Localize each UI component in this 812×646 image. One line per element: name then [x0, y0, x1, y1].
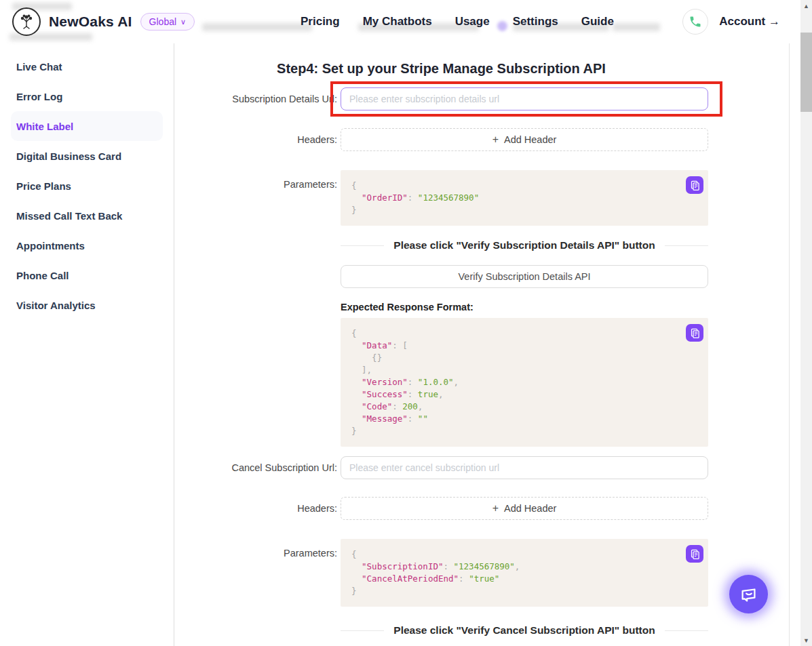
verify-subscription-details-api-button[interactable]: Verify Subscription Details API	[341, 265, 708, 288]
divider-line	[341, 630, 384, 631]
subscription-details-url-label: Subscription Details Url:	[174, 94, 341, 104]
divider-line	[665, 630, 708, 631]
sidebar-item-missed-call-text-back[interactable]: Missed Call Text Back	[11, 201, 163, 230]
phone-icon	[689, 15, 702, 28]
scroll-down-arrow-icon[interactable]: ▼	[800, 634, 812, 646]
divider-row-2: Please click "Verify Cancel Subscription…	[174, 623, 708, 638]
parameters-label: Parameters:	[174, 539, 341, 607]
brand-name: NewOaks AI	[49, 14, 132, 30]
headers-row-2: Headers: + Add Header	[174, 497, 708, 520]
subscription-details-url-input[interactable]	[341, 87, 708, 110]
region-selector[interactable]: Global ∨	[140, 13, 195, 31]
oak-tree-icon	[16, 12, 37, 32]
instruction-text: Please click "Verify Cancel Subscription…	[393, 624, 655, 637]
scrollbar-thumb[interactable]	[800, 33, 812, 112]
top-header: NewOaks AI Global ∨ Pricing My Chatbots …	[0, 0, 800, 43]
copy-button[interactable]	[686, 545, 703, 563]
add-header-button[interactable]: + Add Header	[341, 128, 708, 151]
cancel-subscription-url-row: Cancel Subscription Url:	[174, 456, 708, 479]
copy-icon	[690, 328, 700, 338]
sidebar-item-phone-call[interactable]: Phone Call	[11, 260, 163, 290]
blurred-background-text	[613, 23, 660, 31]
sidebar-item-visitor-analytics[interactable]: Visitor Analytics	[11, 290, 163, 320]
chevron-down-icon: ∨	[180, 18, 186, 26]
sidebar-item-white-label[interactable]: White Label	[11, 111, 163, 141]
vertical-scrollbar[interactable]: ▲ ▼	[800, 0, 812, 646]
nav-item-my-chatbots[interactable]: My Chatbots	[363, 15, 432, 28]
region-selector-value: Global	[149, 16, 176, 27]
divider-line	[665, 245, 708, 246]
divider-row-1: Please click "Verify Subscription Detail…	[174, 238, 708, 253]
copy-button[interactable]	[686, 176, 703, 194]
cancel-subscription-url-input[interactable]	[341, 456, 708, 479]
sidebar-item-live-chat[interactable]: Live Chat	[11, 52, 163, 81]
parameters-label: Parameters:	[174, 170, 341, 226]
instruction-text: Please click "Verify Subscription Detail…	[393, 239, 655, 251]
copy-icon	[690, 180, 700, 190]
page: NewOaks AI Global ∨ Pricing My Chatbots …	[0, 0, 812, 646]
nav-item-guide[interactable]: Guide	[581, 15, 614, 28]
nav-item-settings[interactable]: Settings	[513, 15, 558, 28]
sidebar-item-digital-business-card[interactable]: Digital Business Card	[11, 141, 163, 171]
phone-status-button[interactable]	[682, 9, 708, 35]
copy-button[interactable]	[686, 324, 703, 342]
cancel-subscription-url-label: Cancel Subscription Url:	[174, 462, 341, 473]
chat-widget-button[interactable]	[729, 575, 768, 613]
subscription-details-url-row: Subscription Details Url:	[174, 87, 708, 110]
chat-bubble-icon	[739, 584, 759, 605]
blurred-background-text	[202, 23, 312, 31]
page-title: Step4: Set up your Stripe Manage Subscri…	[174, 61, 708, 77]
headers-row-1: Headers: + Add Header	[174, 128, 708, 151]
nav-item-pricing[interactable]: Pricing	[301, 15, 340, 28]
parameters-row-1: Parameters: { "OrderID": "12	[174, 170, 708, 226]
divider-line	[341, 245, 384, 246]
plus-icon: +	[492, 502, 499, 514]
add-header-button-label: Add Header	[504, 503, 556, 514]
headers-label: Headers:	[174, 134, 341, 145]
expected-response-row: { "Data": [ {} ], "Version": "1.0.0", "S…	[174, 318, 708, 447]
nav-item-usage[interactable]: Usage	[455, 15, 490, 28]
parameters-code-block: { "SubscriptionID": "1234567890", "Cance…	[341, 539, 708, 607]
instruction-divider: Please click "Verify Subscription Detail…	[341, 238, 708, 253]
headers-label: Headers:	[174, 503, 341, 514]
expected-response-code-block: { "Data": [ {} ], "Version": "1.0.0", "S…	[341, 318, 708, 447]
parameters-row-2: Parameters: { "SubscriptionI	[174, 539, 708, 607]
main-content: Step4: Set up your Stripe Manage Subscri…	[174, 43, 790, 646]
account-area: Account →	[682, 0, 780, 43]
expected-response-label-row: Expected Response Format:	[174, 302, 708, 312]
brand: NewOaks AI Global ∨	[12, 7, 195, 36]
expected-response-format-label: Expected Response Format:	[341, 302, 708, 312]
verify-details-row: Verify Subscription Details API	[174, 265, 708, 288]
scroll-up-arrow-icon[interactable]: ▲	[800, 0, 812, 12]
sidebar-item-error-log[interactable]: Error Log	[11, 81, 163, 111]
sidebar: Live Chat Error Log White Label Digital …	[0, 43, 174, 646]
sidebar-item-price-plans[interactable]: Price Plans	[11, 171, 163, 201]
main-nav: Pricing My Chatbots Usage Settings Guide	[301, 0, 614, 43]
account-link[interactable]: Account →	[719, 15, 780, 28]
copy-icon	[690, 549, 700, 559]
newoaks-logo-icon[interactable]	[12, 7, 41, 36]
add-header-button-label: Add Header	[504, 134, 556, 145]
instruction-divider: Please click "Verify Cancel Subscription…	[341, 623, 708, 638]
parameters-code-block: { "OrderID": "1234567890"}	[341, 170, 708, 226]
sidebar-item-appointments[interactable]: Appointments	[11, 230, 163, 260]
add-header-button[interactable]: + Add Header	[341, 497, 708, 520]
plus-icon: +	[492, 134, 499, 146]
